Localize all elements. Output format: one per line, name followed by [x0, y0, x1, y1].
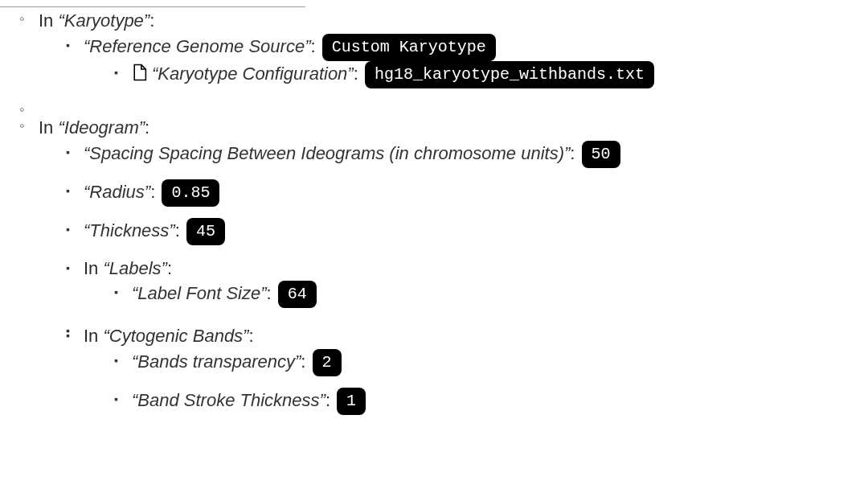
label-font-size-label: “Label Font Size” [132, 283, 267, 303]
band-stroke-value: 1 [337, 388, 366, 415]
karyotype-prefix: In [39, 10, 58, 31]
band-stroke-label: “Band Stroke Thickness” [132, 390, 326, 410]
thickness-item: “Thickness”: 45 [84, 218, 868, 245]
cytogenic-suffix: : [248, 326, 253, 346]
label-font-size-item: “Label Font Size”: 64 [132, 281, 868, 308]
cytogenic-name: “Cytogenic Bands” [103, 326, 248, 346]
karyotype-config-value: hg18_karyotype_withbands.txt [365, 61, 654, 88]
bands-transparency-label: “Bands transparency” [132, 351, 301, 372]
spacer [39, 100, 868, 116]
spacing-item: “Spacing Spacing Between Ideograms (in c… [84, 141, 868, 168]
ref-genome-label: “Reference Genome Source” [84, 36, 310, 56]
colon: : [326, 390, 335, 410]
karyotype-items: “Reference Genome Source”: Custom Karyot… [39, 34, 868, 88]
outer-list: In “Karyotype”: “Reference Genome Source… [0, 9, 868, 415]
ref-genome-item: “Reference Genome Source”: Custom Karyot… [84, 34, 868, 88]
radius-value: 0.85 [162, 179, 219, 207]
cytogenic-subsection: In “Cytogenic Bands”: “Bands transparenc… [84, 324, 868, 415]
radius-item: “Radius”: 0.85 [84, 179, 868, 207]
labels-items: “Label Font Size”: 64 [84, 281, 868, 308]
top-divider [0, 6, 305, 7]
ideogram-suffix: : [145, 117, 149, 138]
file-icon [132, 64, 147, 88]
ideogram-section: In “Ideogram”: “Spacing Spacing Between … [39, 116, 868, 415]
spacing-label: “Spacing Spacing Between Ideograms (in c… [84, 142, 570, 162]
spacing-value: 50 [582, 141, 620, 168]
karyotype-name: “Karyotype” [58, 10, 149, 31]
colon: : [175, 220, 185, 240]
bands-transparency-item: “Bands transparency”: 2 [132, 349, 868, 376]
cytogenic-prefix: In [84, 326, 103, 346]
thickness-value: 45 [186, 218, 225, 245]
labels-suffix: : [167, 258, 172, 278]
labels-name: “Labels” [103, 258, 166, 278]
ref-genome-value: Custom Karyotype [322, 34, 496, 61]
colon: : [150, 181, 160, 201]
ideogram-name: “Ideogram” [58, 117, 145, 138]
colon: : [354, 64, 363, 84]
radius-label: “Radius” [84, 181, 150, 201]
karyotype-sub-items: “Karyotype Configuration”: hg18_karyotyp… [84, 61, 868, 88]
labels-prefix: In [84, 258, 103, 278]
labels-subsection: In “Labels”: “Label Font Size”: 64 [84, 257, 868, 309]
ideogram-prefix: In [39, 117, 58, 138]
ideogram-items: “Spacing Spacing Between Ideograms (in c… [39, 141, 868, 416]
karyotype-config-label: “Karyotype Configuration” [152, 64, 354, 84]
label-font-size-value: 64 [278, 281, 317, 308]
karyotype-suffix: : [149, 10, 154, 31]
colon: : [301, 351, 310, 372]
karyotype-section: In “Karyotype”: “Reference Genome Source… [39, 9, 868, 88]
bands-transparency-value: 2 [313, 349, 342, 376]
thickness-label: “Thickness” [84, 220, 175, 240]
colon: : [310, 36, 320, 56]
karyotype-config-item: “Karyotype Configuration”: hg18_karyotyp… [132, 61, 868, 88]
colon: : [570, 142, 579, 162]
colon: : [267, 283, 276, 303]
band-stroke-item: “Band Stroke Thickness”: 1 [132, 388, 868, 415]
cytogenic-items: “Bands transparency”: 2 “Band Stroke Thi… [84, 349, 868, 415]
